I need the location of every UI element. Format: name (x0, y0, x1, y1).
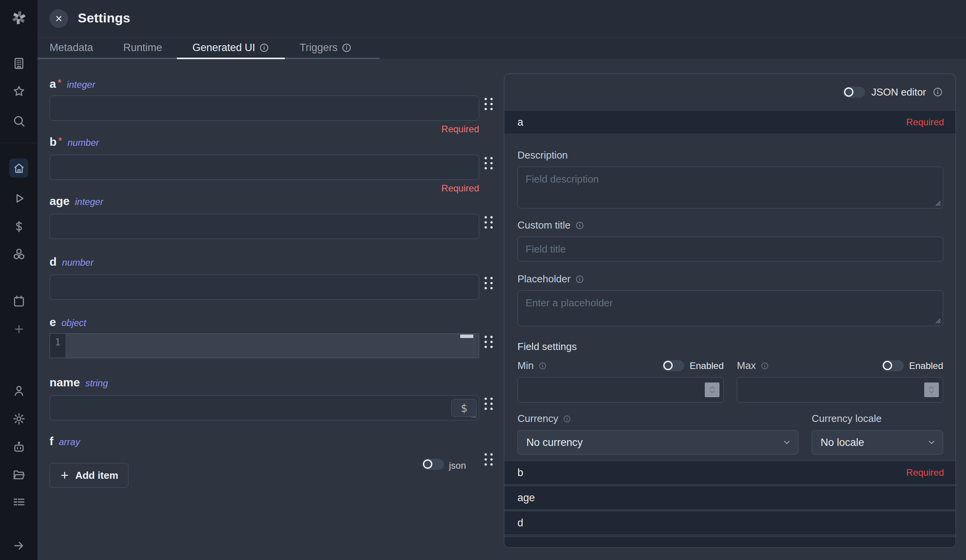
editor-scrollbar[interactable] (460, 335, 473, 338)
info-icon (259, 43, 269, 53)
json-mode-toggle[interactable] (422, 459, 444, 470)
drag-handle[interactable] (485, 453, 493, 466)
info-icon (341, 43, 352, 53)
sidebar-item-variables-dollar-icon[interactable] (0, 217, 38, 236)
field-input-name[interactable] (50, 395, 479, 420)
required-hint-a: Required (131, 124, 479, 135)
field-input-d[interactable] (50, 275, 479, 300)
drag-handle[interactable] (485, 216, 493, 229)
tab-triggers[interactable]: Triggers (300, 38, 352, 58)
search-icon[interactable] (0, 112, 38, 130)
favorites-star-icon[interactable] (0, 82, 38, 101)
field-label-d: d number (50, 255, 94, 269)
drag-handle[interactable] (485, 336, 493, 348)
close-icon (54, 14, 63, 23)
number-stepper[interactable] (705, 382, 719, 397)
field-label-e: e object (50, 316, 86, 330)
object-code-editor[interactable]: 1 (50, 333, 479, 358)
field-label-age: age integer (50, 195, 103, 208)
min-label: Min (517, 360, 547, 372)
settings-topbar: Settings (38, 0, 966, 37)
info-icon (575, 221, 584, 230)
app-sidebar (0, 0, 38, 560)
schema-section-header-a[interactable]: a Required (504, 110, 956, 134)
drag-handle[interactable] (485, 398, 493, 410)
settings-tabbar: Metadata Runtime Generated UI Triggers (38, 37, 966, 59)
schema-section-header-d[interactable]: d (504, 511, 956, 535)
json-editor-toggle[interactable] (843, 87, 865, 98)
min-enabled-toggle[interactable] (662, 360, 684, 371)
drag-handle[interactable] (485, 277, 493, 289)
placeholder-textarea[interactable] (518, 291, 943, 326)
chevron-down-icon (927, 437, 937, 447)
resize-handle-icon[interactable] (932, 315, 942, 324)
field-input-a[interactable] (50, 96, 479, 121)
custom-title-label: Custom title (517, 219, 943, 231)
info-icon (563, 415, 571, 423)
placeholder-label: Placeholder (517, 273, 943, 285)
expand-sidebar-arrow-icon[interactable] (0, 536, 38, 555)
max-enabled-label: Enabled (909, 360, 943, 371)
add-item-button[interactable]: Add item (50, 463, 128, 488)
drag-handle[interactable] (485, 98, 493, 110)
info-icon (932, 87, 943, 97)
json-toggle-label: json (449, 460, 466, 471)
required-hint-b: Required (131, 183, 479, 194)
min-number-input[interactable] (518, 377, 723, 402)
sidebar-item-workers-robot-icon[interactable] (0, 438, 38, 456)
field-input-b[interactable] (50, 155, 479, 180)
custom-title-input[interactable] (518, 237, 943, 261)
description-textarea[interactable] (518, 167, 943, 208)
sidebar-item-audit-logs-list-icon[interactable] (0, 493, 38, 511)
tab-metadata[interactable]: Metadata (50, 38, 93, 58)
number-stepper[interactable] (924, 382, 939, 397)
resize-handle-icon[interactable] (932, 198, 942, 207)
field-label-a: a* integer (50, 77, 95, 91)
variable-dollar-button[interactable]: $ (451, 399, 477, 417)
max-number-input[interactable] (737, 377, 943, 402)
sidebar-divider (0, 143, 38, 143)
currency-label: Currency (517, 413, 798, 425)
sidebar-item-user-icon[interactable] (0, 381, 38, 400)
field-input-age[interactable] (50, 214, 479, 239)
tab-generated-ui[interactable]: Generated UI (192, 38, 269, 58)
stepper-arrows-icon (708, 385, 716, 395)
currency-select[interactable]: No currency (517, 430, 798, 455)
custom-title-input-wrap (517, 237, 943, 261)
editor-line-number: 1 (50, 334, 65, 358)
sidebar-item-resources-boxes-icon[interactable] (0, 245, 38, 264)
json-editor-label: JSON editor (871, 86, 926, 98)
max-enabled-toggle[interactable] (882, 360, 904, 371)
info-icon (538, 362, 547, 370)
sidebar-item-folders-icon[interactable] (0, 466, 38, 484)
max-label: Max (737, 360, 769, 372)
schema-section-header-partial[interactable] (504, 537, 956, 548)
description-label: Description (517, 149, 943, 161)
sidebar-item-settings-gear-icon[interactable] (0, 410, 38, 428)
close-button[interactable] (50, 9, 68, 28)
editor-minimap-divider (474, 334, 474, 358)
windmill-logo-icon[interactable] (10, 9, 28, 26)
tab-strip: Metadata Runtime Generated UI Triggers (38, 38, 380, 59)
info-icon (760, 362, 769, 370)
settings-page: Settings Metadata Runtime Generated UI T… (0, 0, 966, 560)
plus-icon (60, 470, 70, 480)
workspace-building-icon[interactable] (0, 54, 38, 73)
sidebar-item-runs-play-icon[interactable] (0, 189, 38, 208)
page-title: Settings (78, 10, 130, 26)
create-plus-icon[interactable] (0, 320, 38, 338)
stepper-arrows-icon (928, 385, 935, 395)
schema-section-header-age[interactable]: age (504, 486, 956, 510)
tab-runtime[interactable]: Runtime (123, 38, 163, 58)
currency-locale-label: Currency locale (812, 413, 943, 425)
field-label-f: f array (50, 435, 80, 449)
currency-locale-select[interactable]: No locale (812, 430, 943, 455)
sidebar-item-home[interactable] (9, 159, 28, 178)
field-label-name: name string (50, 376, 108, 390)
drag-handle[interactable] (485, 157, 493, 169)
sidebar-item-schedules-calendar-icon[interactable] (0, 292, 38, 311)
info-icon (575, 275, 584, 284)
schema-section-header-b[interactable]: b Required (504, 461, 956, 485)
min-enabled-label: Enabled (690, 360, 724, 371)
placeholder-textarea-wrap (517, 290, 943, 326)
